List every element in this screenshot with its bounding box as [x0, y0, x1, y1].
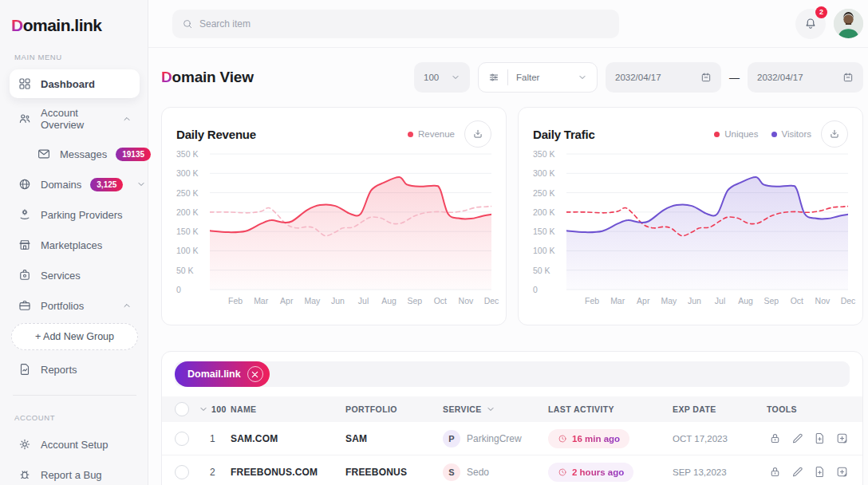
date-from-picker[interactable]: 2032/04/17 [606, 62, 721, 93]
search-box[interactable] [172, 10, 619, 38]
chart-legend: Revenue [408, 129, 455, 139]
service-name: Sedo [467, 467, 489, 478]
topbar-right: 2 [795, 9, 863, 39]
daily-revenue-chart-card: Daily Revenue Revenue 350 K300 K250 K200… [161, 107, 507, 325]
column-header-exp-date: EXP DATE [673, 404, 767, 414]
y-axis-label: 250 K [176, 188, 198, 198]
active-filters-bar: Domail.link [175, 361, 850, 387]
chevron-up-icon [122, 114, 132, 124]
service-name: ParkingCrew [467, 433, 522, 444]
sidebar-item-messages[interactable]: Messages 19135 [10, 140, 140, 168]
page-size-select[interactable]: 100 [414, 62, 470, 93]
page-title: Domain View [161, 69, 254, 86]
sidebar-item-marketplaces[interactable]: Marketplaces [10, 231, 140, 259]
x-axis-label: Mar [610, 296, 625, 306]
edit-button[interactable] [789, 431, 805, 447]
x-axis-label: Oct [791, 296, 803, 306]
sidebar-item-services[interactable]: Services [10, 261, 140, 290]
sidebar-item-domains[interactable]: Domains 3,125 [10, 170, 140, 199]
legend-item[interactable]: Uniques [714, 129, 758, 139]
download-button[interactable] [464, 120, 491, 148]
chart-body: 350 K300 K250 K200 K150 K100 K50 K0 [176, 151, 491, 294]
file-add-button[interactable] [811, 431, 827, 447]
exp-date-cell: SEP 13,2023 [673, 467, 767, 477]
add-new-group-button[interactable]: + Add New Group [11, 323, 138, 350]
x-axis-label: Aug [738, 296, 753, 306]
filter-chip-label: Domail.link [187, 369, 241, 380]
date-to-picker[interactable]: 2032/04/17 [748, 62, 863, 93]
chart-header: Daily Revenue Revenue [176, 120, 491, 148]
chart-canvas [566, 151, 848, 294]
x-axis-label: Feb [585, 296, 599, 306]
y-axis-label: 200 K [176, 207, 198, 217]
filter-select[interactable]: Falter [478, 62, 598, 93]
domains-table-card: Domail.link 100 NAME PORTFOLIO [161, 351, 863, 485]
x-axis-label: Jun [331, 296, 345, 306]
main-area: 2 Domain View 1 [148, 0, 868, 485]
y-axis-label: 350 K [176, 149, 198, 159]
download-button[interactable] [821, 120, 848, 148]
calendar-icon [700, 72, 712, 83]
domain-name-cell: SAM.COM [231, 433, 345, 444]
sidebar-item-account-overview[interactable]: Account Overview [10, 100, 140, 138]
app-logo[interactable]: Domain.link [10, 13, 140, 35]
column-header-service[interactable]: SERVICE [443, 404, 548, 414]
sidebar-item-label: Domains [41, 179, 81, 191]
sidebar-item-portfolios[interactable]: Portfolios [10, 291, 140, 320]
sidebar-item-label: Account Overview [41, 107, 113, 131]
edit-button[interactable] [789, 464, 805, 480]
sidebar-item-parking-providers[interactable]: Parking Providers [10, 200, 140, 229]
sidebar-item-report-a-bug[interactable]: Report a Bug [10, 460, 140, 485]
column-header-service-label: SERVICE [443, 404, 482, 414]
sidebar-item-dashboard[interactable]: Dashboard [10, 69, 140, 98]
file-add-button[interactable] [811, 464, 827, 480]
chart-canvas [210, 151, 491, 294]
row-checkbox[interactable] [175, 432, 189, 446]
y-axis-label: 300 K [533, 168, 554, 178]
search-input[interactable] [199, 18, 610, 30]
sidebar-item-label: Reports [41, 364, 77, 376]
file-add-icon [813, 432, 827, 445]
lock-button[interactable] [767, 431, 783, 447]
download-icon [472, 128, 483, 140]
domains-count-badge: 3,125 [90, 178, 123, 191]
briefcase-icon [18, 298, 32, 313]
chevron-down-icon [451, 73, 460, 82]
row-number: 1 [199, 433, 231, 444]
select-all-checkbox[interactable] [175, 402, 189, 416]
x-axis-label: Jul [715, 296, 725, 306]
tools-cell [767, 431, 850, 447]
last-activity-cell: 16 min ago [548, 429, 673, 448]
legend-item[interactable]: Visitors [771, 129, 812, 139]
y-axis-label: 100 K [176, 246, 198, 255]
table-row[interactable]: 1 SAM.COM SAM P ParkingCrew 16 min ago O… [162, 422, 862, 455]
y-axis-label: 250 K [533, 188, 554, 198]
table-row[interactable]: 2 FREEBONUS.COM FREEBONUS S Sedo 2 hours… [162, 455, 862, 485]
last-activity-cell: 2 hours ago [548, 463, 673, 482]
notifications-button[interactable]: 2 [795, 9, 826, 39]
rows-count-select[interactable]: 100 [199, 404, 231, 414]
sidebar: Domain.link MAIN MENU Dashboard Account … [0, 0, 148, 485]
column-header-tools: TOOLS [767, 404, 850, 414]
lock-icon [768, 465, 782, 479]
clock-icon [558, 467, 567, 477]
page-controls: 100 Falter 2032/04/17 — [414, 62, 863, 93]
chart-plot [566, 151, 848, 294]
remove-filter-button[interactable] [247, 366, 263, 382]
x-axis-label: Aug [381, 296, 397, 306]
grid-icon [18, 77, 32, 91]
chart-header: Daily Trafic UniquesVisitors [533, 120, 848, 148]
y-axis-label: 50 K [533, 266, 550, 275]
sidebar-item-label: Portfolios [41, 300, 84, 312]
user-avatar[interactable] [834, 9, 863, 38]
sidebar-item-account-setup[interactable]: Account Setup [10, 430, 140, 459]
filter-chip-domail-link[interactable]: Domail.link [175, 361, 270, 387]
sidebar-item-reports[interactable]: Reports [10, 355, 140, 384]
hand-gear-icon [18, 207, 32, 222]
row-checkbox[interactable] [175, 465, 189, 479]
note-add-button[interactable] [834, 464, 850, 480]
legend-item[interactable]: Revenue [408, 129, 455, 139]
note-add-button[interactable] [834, 431, 850, 447]
x-axis-label: Jun [688, 296, 701, 306]
lock-button[interactable] [767, 464, 783, 480]
